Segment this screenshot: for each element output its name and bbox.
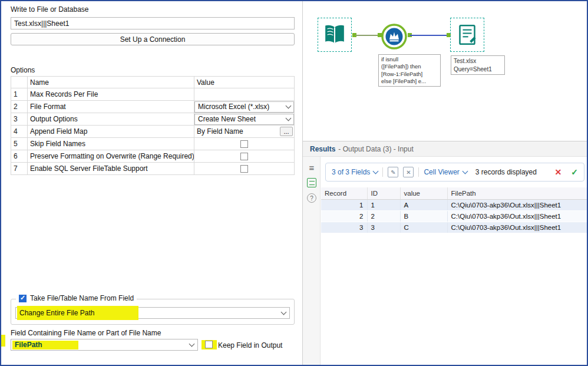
- results-panel: Results - Output Data (3) - Input ≡ ? 3 …: [302, 141, 588, 365]
- append-field-map-ellipsis-button[interactable]: ...: [280, 127, 293, 136]
- options-header-name: Name: [28, 77, 194, 88]
- errors-icon[interactable]: ✕: [555, 167, 562, 177]
- connection-input-to-formula: [355, 35, 380, 36]
- cell-record: 1: [321, 199, 367, 210]
- field-name-value: FilePath: [15, 341, 42, 349]
- options-table: Name Value 1 Max Records Per File 2 File…: [11, 76, 295, 175]
- file-connection-input[interactable]: [11, 17, 295, 29]
- results-grid: Record ID value FilePath 1 1 A C:\Qiu\07…: [321, 187, 588, 233]
- chevron-down-icon: [373, 169, 379, 174]
- option-row-filetable-support: 7 Enable SQL Server FileTable Support: [11, 163, 295, 175]
- grid-header-id[interactable]: ID: [367, 187, 400, 199]
- setup-connection-button[interactable]: Set Up a Connection: [11, 33, 295, 45]
- document-icon: [455, 23, 479, 47]
- max-records-input[interactable]: [194, 88, 295, 101]
- options-label: Options: [11, 66, 35, 74]
- formula-tool[interactable]: [381, 24, 407, 50]
- results-subtitle: - Output Data (3) - Input: [338, 145, 413, 153]
- option-num: 3: [11, 113, 28, 126]
- grid-header-value[interactable]: value: [400, 187, 447, 199]
- option-name: Skip Field Names: [28, 138, 194, 150]
- cell-value: B: [400, 210, 447, 222]
- results-title: Results: [310, 145, 335, 153]
- option-num: 7: [11, 163, 28, 175]
- filetable-support-checkbox[interactable]: [240, 165, 248, 173]
- keep-field-checkbox[interactable]: [205, 341, 213, 348]
- results-body: ≡ ? 3 of 3 Fields ✎ ✕ Cell Viewer 3 reco…: [303, 157, 588, 365]
- chevron-down-icon: [286, 116, 292, 121]
- status-icons: ✕ ✓: [555, 167, 578, 177]
- chevron-down-icon: [189, 341, 195, 347]
- take-file-name-group: ✓ Take File/Table Name From Field Change…: [11, 299, 295, 325]
- output-options-value: Create New Sheet: [198, 115, 256, 123]
- results-side-strip: ≡ ?: [303, 157, 321, 365]
- formula-annotation[interactable]: if isnull ([FilePath]) then [Row-1:FileP…: [378, 54, 441, 87]
- option-name: Preserve Formatting on Overwrite (Range …: [28, 150, 194, 163]
- edit-fields-icon[interactable]: ✎: [388, 167, 398, 177]
- grid-row[interactable]: 1 1 A C:\Qiu\0703-akp36\Out.xlsx|||Sheet…: [321, 199, 588, 210]
- take-file-name-legend: ✓ Take File/Table Name From Field: [16, 294, 137, 302]
- cell-id: 2: [367, 210, 400, 222]
- cell-value: C: [400, 222, 447, 233]
- option-num: 4: [11, 126, 28, 138]
- success-icon[interactable]: ✓: [571, 167, 578, 177]
- skip-field-names-checkbox[interactable]: [240, 140, 248, 148]
- grid-row[interactable]: 2 2 B C:\Qiu\0703-akp36\Out.xlsx|||Sheet…: [321, 210, 588, 222]
- cell-id: 3: [367, 222, 400, 233]
- option-row-preserve-formatting: 6 Preserve Formatting on Overwrite (Rang…: [11, 150, 295, 163]
- menu-icon[interactable]: ≡: [307, 163, 316, 172]
- cell-viewer-dropdown[interactable]: Cell Viewer: [424, 168, 467, 176]
- output-annotation[interactable]: Test.xlsx Query=Sheet1: [451, 55, 505, 75]
- table-view-icon[interactable]: [307, 178, 316, 187]
- preserve-formatting-checkbox[interactable]: [240, 153, 248, 160]
- help-icon[interactable]: ?: [307, 193, 316, 203]
- chevron-down-icon: [286, 103, 292, 109]
- cell-filepath: C:\Qiu\0703-akp36\Out.xlsx|||Sheet1: [447, 199, 588, 210]
- change-path-select[interactable]: Change Entire File Path: [15, 307, 290, 319]
- table-glyph: [309, 181, 315, 185]
- clear-selection-icon[interactable]: ✕: [403, 167, 414, 177]
- option-num: 5: [11, 138, 28, 150]
- field-name-select[interactable]: FilePath: [11, 339, 198, 351]
- file-format-select[interactable]: Microsoft Excel (*.xlsx): [194, 101, 294, 113]
- options-header-value: Value: [194, 77, 295, 88]
- option-name: Enable SQL Server FileTable Support: [28, 163, 194, 175]
- workflow-canvas[interactable]: if isnull ([FilePath]) then [Row-1:FileP…: [302, 1, 588, 141]
- option-name: Output Options: [28, 113, 194, 126]
- connection-formula-to-output: [410, 35, 449, 36]
- toolbar-divider: [382, 167, 383, 177]
- yellow-highlight-edge: [1, 335, 5, 347]
- option-row-output-options: 3 Output Options Create New Sheet: [11, 113, 295, 126]
- fields-dropdown[interactable]: 3 of 3 Fields: [332, 168, 378, 176]
- output-data-config-panel: Write to File or Database Set Up a Conne…: [1, 1, 302, 365]
- toolbar-divider: [418, 167, 419, 177]
- results-header: Results - Output Data (3) - Input: [303, 141, 588, 157]
- check-icon: ✓: [20, 294, 25, 302]
- crown-icon: [381, 24, 407, 50]
- book-icon: [323, 23, 346, 47]
- option-num: 1: [11, 88, 28, 101]
- options-header-num: [11, 77, 28, 88]
- grid-header-row: Record ID value FilePath: [321, 187, 588, 199]
- fields-dropdown-label: 3 of 3 Fields: [332, 168, 370, 176]
- cell-record: 3: [321, 222, 367, 233]
- option-row-file-format: 2 File Format Microsoft Excel (*.xlsx): [11, 101, 295, 113]
- grid-row[interactable]: 3 3 C C:\Qiu\0703-akp36\Out.xlsx|||Sheet…: [321, 222, 588, 233]
- grid-header-record[interactable]: Record: [321, 187, 367, 199]
- records-count: 3 records displayed: [475, 168, 537, 176]
- grid-header-filepath[interactable]: FilePath: [447, 187, 588, 199]
- append-field-map-value: By Field Name: [197, 127, 243, 136]
- input-data-tool[interactable]: [323, 23, 346, 47]
- cell-filepath: C:\Qiu\0703-akp36\Out.xlsx|||Sheet1: [447, 222, 588, 233]
- output-data-tool[interactable]: [455, 23, 479, 47]
- option-num: 6: [11, 150, 28, 163]
- option-name: File Format: [28, 101, 194, 113]
- field-containing-label: Field Containing File Name or Part of Fi…: [11, 329, 161, 337]
- output-options-select[interactable]: Create New Sheet: [194, 114, 294, 125]
- take-file-name-checkbox[interactable]: ✓: [19, 295, 27, 302]
- option-row-append-field-map: 4 Append Field Map By Field Name ...: [11, 126, 295, 138]
- chevron-down-icon: [462, 169, 468, 174]
- option-name: Max Records Per File: [28, 88, 194, 101]
- cell-id: 1: [367, 199, 400, 210]
- cell-record: 2: [321, 210, 367, 222]
